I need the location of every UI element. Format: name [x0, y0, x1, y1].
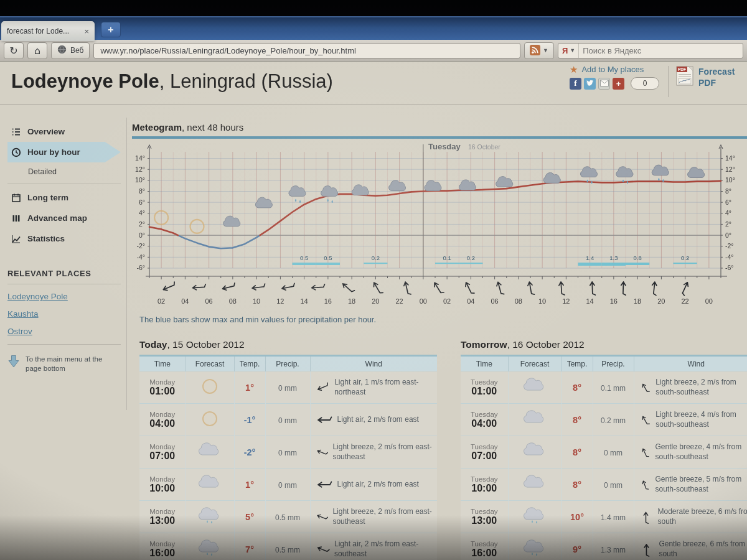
forecast-cell [508, 371, 561, 404]
forecast-cell [186, 469, 234, 501]
day-label: Tuesday [462, 540, 507, 548]
forecast-cell [508, 533, 561, 560]
reload-button[interactable]: ↻ [4, 42, 24, 59]
clock-icon [11, 147, 22, 157]
facebook-share-button[interactable]: f [570, 78, 581, 90]
svg-text:10°: 10° [725, 176, 735, 184]
svg-text:-4°: -4° [725, 253, 734, 261]
rain-cloud-icon [196, 506, 223, 525]
svg-text:16 October: 16 October [468, 143, 500, 151]
temp-cell: 8° [561, 404, 593, 436]
url-bar[interactable]: www.yr.no/place/Russia/Leningrad/Lodeyno… [93, 43, 520, 58]
svg-text:2°: 2° [725, 220, 731, 228]
temp-cell: 1° [234, 469, 265, 501]
table-row: Monday10:001°0 mmLight air, 2 m/s from e… [139, 469, 437, 501]
meteogram-caption: The blue bars show max and min values fo… [139, 315, 747, 324]
home-button[interactable]: ⌂ [27, 42, 47, 59]
temperature-value: 10° [570, 512, 584, 522]
temperature-value: 8° [573, 480, 581, 490]
wind-cell: Light breeze, 4 m/s from south-southeast [634, 404, 747, 436]
svg-text:14: 14 [301, 297, 308, 305]
svg-text:1.4: 1.4 [586, 254, 594, 261]
main-menu-link[interactable]: To the main menu at the page bottom [7, 355, 107, 373]
search-input[interactable] [581, 45, 740, 56]
temp-cell: 8° [561, 436, 593, 469]
browser-tab[interactable]: forecast for Lode... × [1, 21, 95, 41]
sidebar-item-label: Hour by hour [27, 147, 80, 157]
rain-cloud-icon [196, 539, 223, 558]
svg-text:2°: 2° [139, 220, 145, 228]
temperature-value: 7° [245, 544, 254, 554]
more-share-button[interactable]: + [613, 78, 624, 90]
relevant-place-link[interactable]: Lodeynoye Pole [7, 292, 121, 301]
relevant-place-link[interactable]: Ostrov [7, 327, 121, 336]
temperature-value: 1° [245, 383, 254, 393]
precip-cell: 0.1 mm [593, 371, 634, 404]
envelope-icon [600, 79, 609, 88]
tab-title: forecast for Lode... [7, 27, 80, 35]
sidebar-item-long-term[interactable]: Long term [7, 187, 121, 208]
precip-cell: 0 mm [265, 371, 310, 404]
weather-symbols [154, 165, 705, 233]
add-to-places-link[interactable]: ★ Add to My places [570, 65, 659, 74]
table-row: Tuesday10:008°0 mmGentle breeze, 5 m/s f… [461, 469, 747, 501]
svg-text:4°: 4° [725, 209, 731, 217]
rss-button[interactable]: ▼ [524, 42, 554, 59]
relevant-places-title: RELEVANT PLACES [7, 269, 121, 284]
tab-bar: forecast for Lode... × + [0, 16, 747, 40]
svg-text:12°: 12° [725, 166, 735, 173]
web-menu-button[interactable]: Веб [51, 42, 90, 59]
globe-icon [57, 45, 67, 56]
twitter-share-button[interactable] [584, 78, 596, 90]
temperature-value: 8° [573, 447, 581, 457]
sidebar-divider [126, 118, 127, 410]
wind-cell: Gentle breeze, 6 m/s from south [634, 533, 747, 560]
tab-close-icon[interactable]: × [84, 27, 89, 36]
temperature-value: 5° [245, 512, 254, 522]
column-header: Wind [310, 356, 437, 371]
cloud-icon [543, 173, 560, 184]
email-share-button[interactable] [598, 78, 610, 90]
temperature-value: 1° [245, 480, 254, 490]
wind-direction-icon [638, 443, 651, 462]
temp-cell: 5° [234, 501, 265, 533]
svg-text:20: 20 [372, 297, 379, 305]
place-region: , Leningrad (Russia) [159, 70, 333, 92]
relevant-place-link[interactable]: Kaushta [7, 309, 121, 319]
precip-cell: 0.5 mm [265, 501, 310, 533]
wind-arrow-icon [252, 284, 266, 291]
sidebar-item-advanced-map[interactable]: Advanced map [7, 208, 121, 228]
sidebar-item-overview[interactable]: Overview [7, 121, 121, 142]
wind-description: Light breeze, 2 m/s from east-southeast [332, 507, 433, 526]
add-to-places-label: Add to My places [581, 65, 644, 74]
time-cell: Tuesday07:00 [461, 436, 508, 469]
sidebar-item-statistics[interactable]: Statistics [7, 228, 121, 249]
monitor-photo: forecast for Lode... × + ↻ ⌂ Веб www.yr.… [0, 0, 747, 560]
precip-cell: 0 mm [593, 469, 634, 501]
new-tab-button[interactable]: + [101, 22, 121, 37]
time-cell: Tuesday04:00 [461, 404, 508, 436]
sidebar-item-hour-by-hour[interactable]: Hour by hour [7, 142, 121, 162]
search-engine-button[interactable]: Я ▼ [561, 44, 579, 58]
svg-text:-6°: -6° [725, 264, 734, 271]
wind-direction-icon [638, 475, 651, 494]
cloud-icon [521, 442, 548, 460]
table-row: Tuesday04:008°0.2 mmLight breeze, 4 m/s … [461, 404, 747, 436]
precip-cell: 0 mm [265, 404, 310, 436]
search-box: Я ▼ [558, 43, 743, 58]
precipitation-value: 0.1 mm [601, 384, 626, 393]
wind-direction-icon [638, 378, 652, 397]
forecast-cell [508, 404, 561, 436]
rain-cloud-icon [289, 186, 306, 197]
precipitation-value: 0 mm [278, 449, 297, 457]
svg-text:18: 18 [634, 297, 641, 305]
sidebar-item-detailed[interactable]: Detailed [7, 162, 121, 180]
wind-arrow-icon [222, 283, 236, 291]
forecast-pdf-link[interactable]: PDF ForecastPDF [676, 65, 746, 88]
temp-cell: 10° [561, 501, 593, 533]
rss-dropdown-icon[interactable]: ▼ [543, 47, 548, 54]
today-table-section: Today, 15 October 2012 TimeForecastTemp.… [139, 339, 437, 560]
svg-text:6°: 6° [725, 198, 731, 206]
forecast-cell [186, 371, 234, 404]
time-cell: Monday07:00 [139, 436, 186, 469]
